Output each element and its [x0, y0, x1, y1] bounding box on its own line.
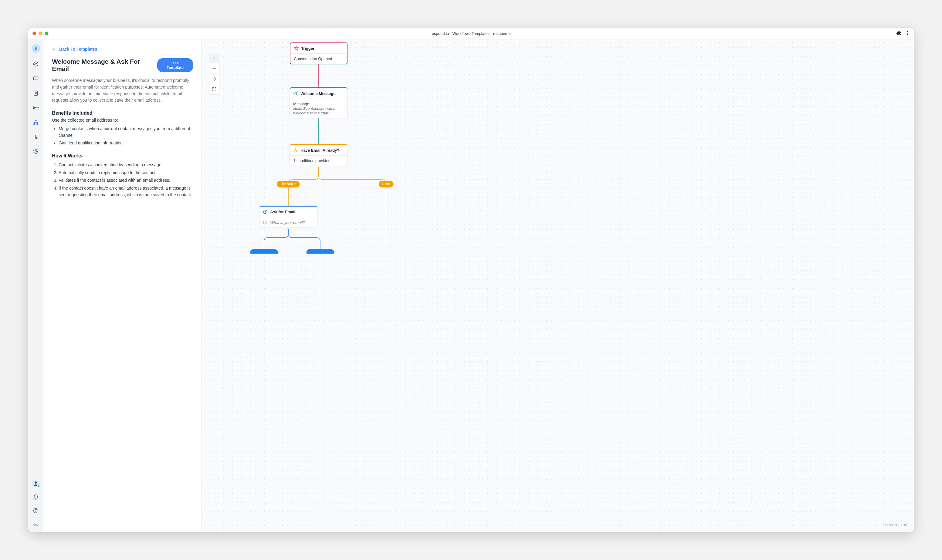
window-title: respond.io - Workflows Templates - respo…	[431, 31, 512, 36]
node-body: Message: Hello $contact.firstname welcom…	[290, 99, 348, 118]
send-icon	[293, 91, 298, 96]
svg-rect-17	[295, 148, 296, 149]
node-trigger[interactable]: Trigger Conversation Opened	[290, 43, 348, 64]
chevron-left-icon	[52, 47, 56, 51]
sidebar-item-inbox[interactable]	[32, 75, 39, 82]
list-item: Validates if the contact is associated w…	[58, 177, 193, 184]
close-window-icon[interactable]	[32, 32, 36, 35]
back-link-label: Back To Templates	[59, 47, 97, 52]
node-body: 1 conditions provided	[290, 155, 348, 166]
svg-rect-10	[34, 123, 35, 125]
list-item: If the contact doesn't have an email add…	[58, 185, 193, 198]
workspace-avatar[interactable]: S	[32, 44, 40, 53]
steps-sep: /	[897, 523, 900, 527]
svg-point-13	[35, 482, 37, 483]
sidebar: S	[28, 40, 43, 532]
steps-max: 100	[900, 523, 907, 527]
svg-point-12	[35, 151, 36, 152]
question-icon	[263, 209, 268, 214]
sidebar-help[interactable]	[32, 507, 39, 514]
mail-icon	[263, 220, 268, 225]
list-item: Gain lead qualification information	[58, 140, 193, 146]
node-placeholder[interactable]	[306, 249, 334, 254]
sidebar-item-broadcast[interactable]	[32, 105, 39, 111]
sidebar-notifications[interactable]	[32, 494, 39, 500]
benefits-heading: Benefits Included	[52, 111, 193, 116]
node-welcome-message[interactable]: Welcome Message Message: Hello $contact.…	[290, 88, 348, 118]
how-it-works-list: Contact initiates a conversation by send…	[52, 162, 193, 198]
sidebar-item-workflows[interactable]	[32, 119, 39, 126]
node-body: Conversation Opened	[291, 54, 347, 64]
back-to-templates-link[interactable]: Back To Templates	[52, 47, 97, 52]
list-item: Merge contacts when a current contact me…	[58, 126, 193, 138]
benefits-subtitle: Use the collected email address to:	[52, 118, 193, 123]
svg-point-2	[907, 34, 908, 35]
node-ask-for-email[interactable]: Ask for Email What is your email?	[260, 206, 317, 228]
window-traffic-lights[interactable]	[32, 32, 48, 35]
sidebar-item-reports[interactable]	[32, 134, 39, 140]
node-have-email-branch[interactable]: Have Email Already? 1 conditions provide…	[290, 144, 348, 166]
more-menu-icon[interactable]	[905, 30, 910, 36]
extension-icon[interactable]	[896, 30, 902, 36]
template-description: When someone messages your business, it'…	[52, 77, 193, 104]
node-placeholder[interactable]	[250, 249, 278, 254]
sidebar-item-dashboard[interactable]	[32, 61, 39, 67]
branch-pill-else[interactable]: Else	[379, 181, 394, 188]
svg-rect-9	[35, 120, 36, 121]
node-title: Trigger	[301, 46, 314, 51]
how-heading: How It Works	[52, 153, 193, 158]
sidebar-brand-icon[interactable]	[32, 520, 39, 527]
maximize-window-icon[interactable]	[45, 32, 48, 35]
sidebar-item-contacts[interactable]	[32, 90, 39, 97]
sidebar-item-settings[interactable]	[32, 148, 39, 155]
node-body: What is your email?	[260, 217, 317, 228]
message-text: Hello $contact.firstname welcome to the …	[293, 106, 344, 115]
svg-rect-11	[37, 123, 38, 125]
minimize-window-icon[interactable]	[38, 32, 42, 35]
node-title: Ask for Email	[270, 209, 295, 214]
trigger-icon	[294, 46, 299, 51]
avatar-letter: S	[35, 46, 37, 51]
benefits-list: Merge contacts when a current contact me…	[52, 126, 193, 146]
node-title: Have Email Already?	[300, 148, 339, 152]
message-label: Message:	[293, 102, 344, 106]
svg-point-7	[35, 92, 36, 94]
svg-rect-5	[33, 77, 38, 80]
profile-avatar[interactable]	[32, 480, 40, 487]
svg-point-15	[35, 511, 36, 512]
svg-point-8	[35, 108, 36, 108]
list-item: Automatically sends a reply message to t…	[58, 169, 193, 176]
node-title: Welcome Message	[300, 91, 336, 96]
details-panel: Back To Templates Welcome Message & Ask …	[43, 40, 202, 532]
branch-icon	[293, 148, 298, 152]
app-window: respond.io - Workflows Templates - respo…	[28, 28, 914, 532]
ask-prompt: What is your email?	[270, 220, 305, 225]
svg-point-0	[907, 31, 908, 32]
status-dot-icon	[37, 485, 40, 488]
branch-pill-1[interactable]: Branch 1	[277, 181, 300, 188]
svg-rect-19	[297, 151, 297, 152]
steps-label: Steps:	[883, 523, 895, 527]
svg-rect-18	[294, 151, 295, 152]
workflow-canvas[interactable]: + − T	[202, 40, 914, 532]
steps-counter: Steps: 3 / 100	[883, 523, 907, 527]
svg-point-1	[907, 33, 908, 34]
template-title: Welcome Message & Ask For Email	[52, 58, 157, 72]
list-item: Contact initiates a conversation by send…	[58, 162, 193, 168]
use-template-button[interactable]: Use Template	[157, 58, 193, 72]
title-bar: respond.io - Workflows Templates - respo…	[28, 28, 914, 40]
